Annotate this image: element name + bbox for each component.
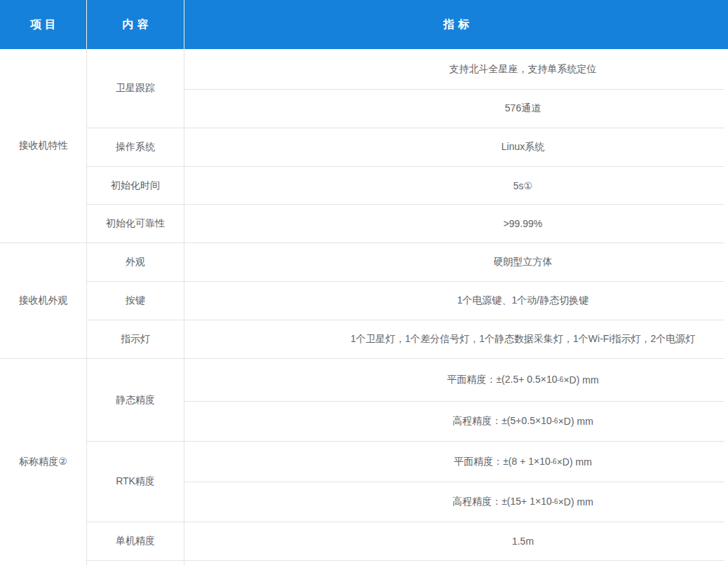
spec-cell-buttons: 1个电源键、1个动/静态切换键 bbox=[184, 282, 724, 320]
spec-cell-static-height: 高程精度：±(5+0.5×10-6×D) mm bbox=[184, 402, 724, 442]
spec-table: 项目 内容 指标 接收机特性 接收机外观 标称精度② 卫星跟踪 操作系统 初始化… bbox=[0, 0, 728, 565]
item-cell-appearance: 外观 bbox=[87, 243, 184, 282]
item-cell-operating-system: 操作系统 bbox=[87, 128, 184, 167]
table-header-row: 项目 内容 指标 bbox=[0, 0, 728, 49]
spec-cell-rtk-plane: 平面精度：±(8 + 1×10-6×D) mm bbox=[184, 442, 724, 482]
header-col-content: 内容 bbox=[87, 0, 184, 49]
item-cell-standalone-accuracy: 单机精度 bbox=[87, 522, 184, 561]
item-cell-static-accuracy: 静态精度 bbox=[87, 359, 184, 442]
header-col-spec: 指标 bbox=[184, 0, 728, 49]
spec-cell-constellations: 支持北斗全星座，支持单系统定位 bbox=[184, 49, 724, 90]
item-cell-buttons: 按键 bbox=[87, 282, 184, 320]
spec-cell-static-plane: 平面精度：±(2.5+ 0.5×10-6×D) mm bbox=[184, 359, 724, 402]
spec-cell-standalone: 1.5m bbox=[184, 522, 724, 561]
table-body: 接收机特性 接收机外观 标称精度② 卫星跟踪 操作系统 初始化时间 初始化可靠性… bbox=[0, 49, 724, 565]
spec-cell-cutoff bbox=[184, 561, 724, 565]
section-cell-nominal-accuracy: 标称精度② bbox=[0, 359, 87, 565]
spec-cell-appearance: 硬朗型立方体 bbox=[184, 243, 724, 282]
spec-cell-rtk-height: 高程精度：±(15+ 1×10-6×D) mm bbox=[184, 482, 724, 522]
item-cell-cutoff bbox=[87, 561, 184, 565]
spec-cell-os: Linux系统 bbox=[184, 128, 724, 167]
spec-cell-init-time: 5s① bbox=[184, 167, 724, 205]
item-cell-init-reliability: 初始化可靠性 bbox=[87, 205, 184, 243]
header-col-item: 项目 bbox=[0, 0, 87, 49]
item-cell-rtk-accuracy: RTK精度 bbox=[87, 442, 184, 522]
section-cell-receiver-features: 接收机特性 bbox=[0, 49, 87, 243]
spec-cell-indicator-lights: 1个卫星灯，1个差分信号灯，1个静态数据采集灯，1个Wi-Fi指示灯，2个电源灯 bbox=[184, 320, 724, 359]
item-cell-init-time: 初始化时间 bbox=[87, 167, 184, 205]
item-cell-indicator-lights: 指示灯 bbox=[87, 320, 184, 359]
item-cell-satellite-tracking: 卫星跟踪 bbox=[87, 49, 184, 128]
section-cell-receiver-appearance: 接收机外观 bbox=[0, 243, 87, 359]
spec-cell-init-reliability: >99.99% bbox=[184, 205, 724, 243]
spec-cell-channels: 576通道 bbox=[184, 90, 724, 128]
